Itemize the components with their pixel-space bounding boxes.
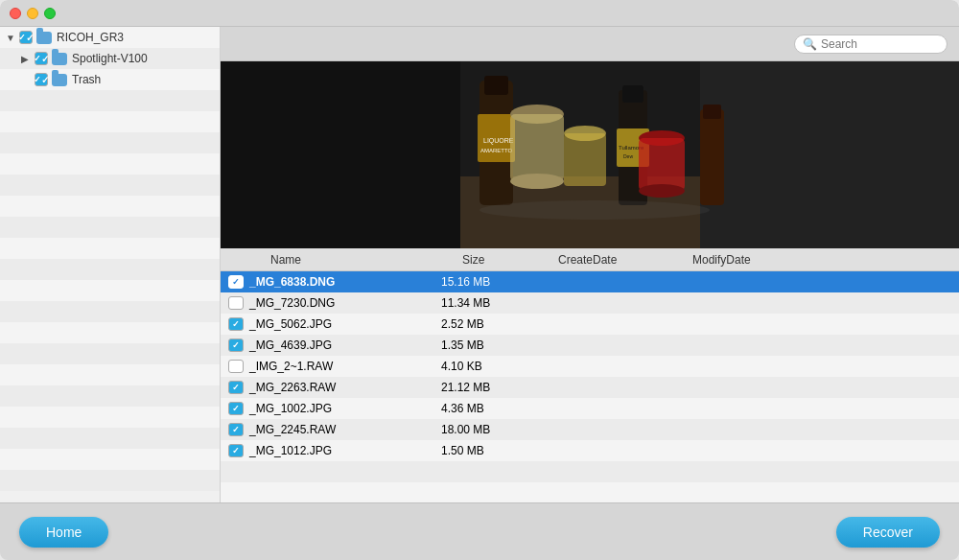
empty-row <box>221 482 959 502</box>
sidebar-stripe <box>0 111 220 132</box>
table-row[interactable]: ✓ _MG_5062.JPG 2.52 MB <box>221 314 959 335</box>
table-row[interactable]: ✓ _MG_1002.JPG 4.36 MB <box>221 398 959 419</box>
row-checkbox[interactable] <box>228 296 244 310</box>
search-box[interactable]: 🔍 <box>794 35 947 54</box>
sidebar-label-ricoh: RICOH_GR3 <box>57 31 124 44</box>
file-size: 11.34 MB <box>441 296 537 310</box>
sidebar-stripe <box>0 322 220 343</box>
svg-rect-3 <box>700 61 959 248</box>
traffic-lights <box>10 8 56 19</box>
empty-row <box>221 461 959 482</box>
row-checkbox[interactable]: ✓ <box>228 402 244 415</box>
column-name: Name <box>270 253 462 267</box>
toolbar: 🔍 <box>221 27 959 61</box>
folder-icon-spotlight <box>52 53 67 65</box>
svg-rect-10 <box>510 114 564 181</box>
file-size: 2.52 MB <box>441 317 537 331</box>
file-size: 4.10 KB <box>441 360 537 373</box>
close-button[interactable] <box>10 8 21 19</box>
trash-checkbox[interactable]: ✓ <box>35 73 48 86</box>
folder-icon-ricoh <box>36 32 52 44</box>
svg-rect-2 <box>221 61 460 248</box>
svg-rect-20 <box>639 138 685 191</box>
sidebar-stripe <box>0 343 220 364</box>
file-name: _MG_6838.DNG <box>249 275 441 289</box>
svg-rect-13 <box>564 133 606 186</box>
recover-button[interactable]: Recover <box>836 517 940 548</box>
sidebar-stripe <box>0 407 220 428</box>
sidebar-stripe <box>0 132 220 153</box>
file-name: _IMG_2~1.RAW <box>249 360 441 373</box>
sidebar-stripe <box>0 470 220 491</box>
footer: Home Recover <box>0 502 959 560</box>
table-row[interactable]: _IMG_2~1.RAW 4.10 KB <box>221 356 959 377</box>
sidebar-label-trash: Trash <box>72 73 101 86</box>
svg-rect-5 <box>484 76 508 95</box>
spotlight-checkbox[interactable]: ✓ <box>35 52 48 65</box>
column-size: Size <box>462 253 558 267</box>
maximize-button[interactable] <box>44 8 56 19</box>
file-size: 1.35 MB <box>441 338 537 352</box>
row-checkbox[interactable]: ✓ <box>228 444 244 457</box>
search-icon: 🔍 <box>803 37 817 51</box>
file-list-header: Name Size CreateDate ModifyDate <box>221 248 959 271</box>
svg-rect-15 <box>622 85 643 103</box>
table-row[interactable]: _MG_7230.DNG 11.34 MB <box>221 292 959 314</box>
file-name: _MG_5062.JPG <box>249 317 441 331</box>
table-row[interactable]: ✓ _MG_1012.JPG 1.50 MB <box>221 440 959 461</box>
table-row[interactable]: ✓ _MG_6838.DNG 15.16 MB <box>221 271 959 292</box>
svg-text:AMARETTO: AMARETTO <box>480 148 513 153</box>
svg-point-21 <box>639 184 685 198</box>
sidebar-item-trash[interactable]: ✓ Trash <box>0 69 220 90</box>
sidebar-stripe <box>0 364 220 385</box>
table-row[interactable]: ✓ _MG_2263.RAW 21.12 MB <box>221 377 959 398</box>
file-name: _MG_7230.DNG <box>249 296 441 310</box>
row-checkbox[interactable]: ✓ <box>228 423 244 436</box>
row-checkbox[interactable] <box>228 360 244 373</box>
table-row[interactable]: ✓ _MG_4639.JPG 1.35 MB <box>221 335 959 356</box>
sidebar-item-ricoh[interactable]: ▼ ✓ RICOH_GR3 <box>0 27 220 48</box>
file-name: _MG_1012.JPG <box>249 444 441 457</box>
svg-point-11 <box>510 174 564 189</box>
svg-rect-23 <box>703 105 721 119</box>
sidebar-stripe <box>0 259 220 280</box>
file-name: _MG_2263.RAW <box>249 381 441 394</box>
file-size: 4.36 MB <box>441 402 537 415</box>
svg-text:LIQUORE: LIQUORE <box>483 137 514 145</box>
sidebar-stripe <box>0 385 220 407</box>
column-modify-date: ModifyDate <box>692 253 827 267</box>
file-size: 1.50 MB <box>441 444 537 457</box>
column-create-date: CreateDate <box>558 253 692 267</box>
row-checkbox[interactable]: ✓ <box>228 381 244 394</box>
file-name: _MG_1002.JPG <box>249 402 441 415</box>
sidebar-stripe <box>0 217 220 238</box>
sidebar-item-spotlight[interactable]: ▶ ✓ Spotlight-V100 <box>0 48 220 69</box>
sidebar-stripe <box>0 301 220 322</box>
folder-icon-trash <box>52 74 67 86</box>
preview-area: LIQUORE AMARETTO Tullamore Dew <box>221 61 959 248</box>
svg-text:Dew: Dew <box>623 153 633 159</box>
file-name: _MG_4639.JPG <box>249 338 441 352</box>
svg-point-24 <box>480 200 710 220</box>
sidebar-stripe <box>0 280 220 301</box>
file-size: 18.00 MB <box>441 423 537 436</box>
sidebar-stripe <box>0 238 220 259</box>
row-checkbox[interactable]: ✓ <box>228 275 244 289</box>
row-checkbox[interactable]: ✓ <box>228 317 244 331</box>
sidebar-stripe <box>0 196 220 217</box>
row-checkbox[interactable]: ✓ <box>228 338 244 352</box>
sidebar: ▼ ✓ RICOH_GR3 ▶ ✓ Spotlight-V100 ✓ Trash <box>0 27 221 502</box>
table-row[interactable]: ✓ _MG_2245.RAW 18.00 MB <box>221 419 959 440</box>
sidebar-stripe <box>0 90 220 111</box>
sidebar-stripe <box>0 428 220 449</box>
search-input[interactable] <box>821 37 939 51</box>
preview-image: LIQUORE AMARETTO Tullamore Dew <box>221 61 959 248</box>
home-button[interactable]: Home <box>19 517 108 548</box>
ricoh-checkbox[interactable]: ✓ <box>19 31 33 44</box>
sidebar-stripe <box>0 175 220 196</box>
file-name: _MG_2245.RAW <box>249 423 441 436</box>
sidebar-label-spotlight: Spotlight-V100 <box>72 52 148 65</box>
minimize-button[interactable] <box>27 8 38 19</box>
file-size: 15.16 MB <box>441 275 537 289</box>
file-list: ✓ _MG_6838.DNG 15.16 MB _MG_7230.DNG 11.… <box>221 271 959 502</box>
